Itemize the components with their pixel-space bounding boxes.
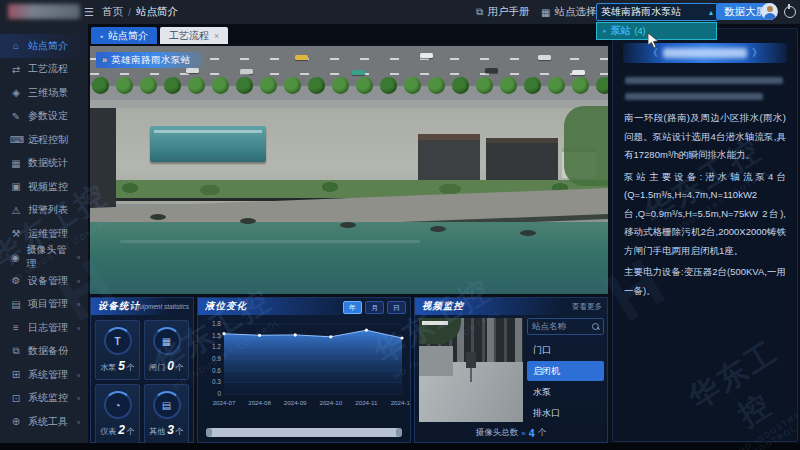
chevron-down-icon: ∨ xyxy=(76,395,81,401)
video-icon: ▣ xyxy=(10,181,22,192)
log-icon: ≡ xyxy=(10,322,22,333)
equipment-unit: 个 xyxy=(176,363,184,372)
sidebar-item-label: 系统监控 xyxy=(28,391,68,405)
rock xyxy=(430,226,446,232)
banner-arrow-icon: » xyxy=(102,55,107,65)
home-icon: ⌂ xyxy=(10,40,22,51)
mouse-cursor xyxy=(648,33,660,49)
chart-datazoom-slider[interactable] xyxy=(206,428,402,437)
search-placeholder: 站点名称 xyxy=(532,321,566,333)
svg-text:0.6: 0.6 xyxy=(212,367,221,374)
range-button-year[interactable]: 年 xyxy=(343,301,362,314)
meter-icon: ◔ xyxy=(104,391,132,419)
panel-subtitle: Equipment statistics xyxy=(131,303,189,310)
svg-text:2024-11: 2024-11 xyxy=(355,399,378,406)
sidebar-item-system-monitor[interactable]: ⊡系统监控∨ xyxy=(0,387,88,411)
sidebar-item-label: 数据备份 xyxy=(28,344,68,358)
sidebar-item-label: 日志管理 xyxy=(28,321,68,335)
camera-item-pump-camera[interactable]: 水泵 xyxy=(527,382,604,402)
vehicle xyxy=(538,55,551,60)
range-button-month[interactable]: 月 xyxy=(365,301,384,314)
alarm-icon: ⚠ xyxy=(10,205,22,216)
sidebar-item-label: 视频监控 xyxy=(28,180,68,194)
equipment-card-other: ▤其他3个 xyxy=(144,384,189,444)
app-logo-redacted xyxy=(8,4,80,19)
sidebar-item-label: 三维场景 xyxy=(28,86,68,100)
svg-text:2024-07: 2024-07 xyxy=(213,399,236,406)
banner-right-chevron-icon: 》 xyxy=(752,46,762,60)
sidebar-item-system-tools[interactable]: ⊕系统工具∨ xyxy=(0,410,88,434)
equipment-count-line: 仪表2个 xyxy=(100,423,135,437)
close-icon[interactable]: × xyxy=(214,31,219,41)
sidebar-item-3d-scene[interactable]: ◈三维场景 xyxy=(0,81,88,105)
equipment-count: 3 xyxy=(167,423,174,437)
site-select[interactable]: 英雄南路雨水泵站 ▴ xyxy=(596,3,718,21)
sidebar-item-camera-mgmt[interactable]: ◉摄像头管理∨ xyxy=(0,246,88,270)
search-icon xyxy=(592,323,599,330)
sidebar-item-system-mgmt[interactable]: ⊞系统管理∨ xyxy=(0,363,88,387)
svg-text:2024-12: 2024-12 xyxy=(391,399,410,406)
user-manual-button[interactable]: ⧉ 用户手册 xyxy=(476,0,529,24)
tree-icon xyxy=(236,77,253,94)
rock xyxy=(150,214,166,220)
camera-item-gate-camera[interactable]: 门口 xyxy=(527,340,604,360)
sidebar-item-project-mgmt[interactable]: ▤项目管理∨ xyxy=(0,293,88,317)
view-more-link[interactable]: 查看更多 xyxy=(572,302,602,312)
breadcrumb-home[interactable]: 首页 xyxy=(102,5,123,19)
tree-icon xyxy=(500,77,517,94)
sidebar-item-label: 设备管理 xyxy=(28,274,68,288)
collapse-menu-icon[interactable]: ☰ xyxy=(84,0,94,24)
description-paragraph: 南一环段(路南)及周边小区排水(雨水)问题。泵站设计选用4台潜水轴流泵,具有17… xyxy=(624,109,786,165)
tab-process-flow[interactable]: 工艺流程 × xyxy=(160,27,228,44)
banner-label: 英雄南路雨水泵站 xyxy=(111,54,191,67)
sidebar-item-param-setting[interactable]: ✎参数设定 xyxy=(0,105,88,129)
camera-item-hoist-camera[interactable]: 启闭机 xyxy=(527,361,604,381)
level-chart-panel: 液位变化 年月日 00.30.60.91.21.51.82024-072024-… xyxy=(197,297,411,443)
dropdown-option-pump-stations[interactable]: 泵站 xyxy=(611,24,631,38)
svg-text:1.5: 1.5 xyxy=(212,332,221,339)
range-button-day[interactable]: 日 xyxy=(387,301,406,314)
station-name-search-input[interactable]: 站点名称 xyxy=(527,318,604,335)
equipment-label: 闸门 xyxy=(149,363,165,372)
tree-icon xyxy=(548,77,565,94)
user-avatar[interactable] xyxy=(761,3,778,20)
redacted-text-line xyxy=(625,93,763,100)
sidebar-item-alarm-list[interactable]: ⚠报警列表 xyxy=(0,199,88,223)
camera-side-column: 站点名称 门口启闭机水泵排水口 xyxy=(527,318,604,423)
cam-pillar xyxy=(487,318,494,364)
sidebar-item-label: 运维管理 xyxy=(28,227,68,241)
camera-item-outlet-camera[interactable]: 排水口 xyxy=(527,403,604,423)
logout-power-icon[interactable] xyxy=(784,6,796,18)
tree-icon xyxy=(404,77,421,94)
panel-title: 液位变化 xyxy=(198,300,247,313)
sidebar-item-data-stats[interactable]: ▦数据统计 xyxy=(0,152,88,176)
sidebar-item-process-flow[interactable]: ⇄工艺流程 xyxy=(0,58,88,82)
tree-icon xyxy=(212,77,229,94)
tools-icon: ⊕ xyxy=(10,416,22,427)
equipment-card-gate: ▦闸门0个 xyxy=(144,320,189,380)
svg-text:1.8: 1.8 xyxy=(212,320,221,327)
chevron-down-icon: ∨ xyxy=(76,301,81,307)
sidebar-item-data-backup[interactable]: ⧉数据备份 xyxy=(0,340,88,364)
breadcrumb-separator: / xyxy=(128,6,131,18)
station-description-text: 南一环段(路南)及周边小区排水(雨水)问题。泵站设计选用4台潜水轴流泵,具有17… xyxy=(624,109,786,300)
sidebar-item-log-mgmt[interactable]: ≡日志管理∨ xyxy=(0,316,88,340)
equipment-label: 其他 xyxy=(149,427,165,436)
equipment-grid: T水泵5个▦闸门0个◔仪表2个▤其他3个 xyxy=(91,315,193,449)
camera-feed[interactable] xyxy=(419,318,523,422)
equipment-count: 0 xyxy=(167,359,174,373)
tree-icon xyxy=(284,77,301,94)
sidebar-item-remote-control[interactable]: ⌨远程控制 xyxy=(0,128,88,152)
redacted-text-line xyxy=(625,77,783,84)
sidebar-item-device-mgmt[interactable]: ⚙设备管理∨ xyxy=(0,269,88,293)
sidebar-item-site-intro[interactable]: ⌂站点简介 xyxy=(0,34,88,58)
tab-site-intro[interactable]: ● 站点简介 xyxy=(91,27,157,44)
sidebar-item-label: 项目管理 xyxy=(28,297,68,311)
sidebar-item-ops-mgmt[interactable]: ⚒运维管理 xyxy=(0,222,88,246)
equipment-unit: 个 xyxy=(176,427,184,436)
chevron-down-icon: ∨ xyxy=(76,325,81,331)
sidebar-item-video-monitor[interactable]: ▣视频监控 xyxy=(0,175,88,199)
dropdown-option-count: (4) xyxy=(635,26,646,36)
tree-icon xyxy=(596,77,608,94)
description-paragraph: 泵站主要设备:潜水轴流泵4台(Q=1.5m³/s,H=4.7m,N=110kW2… xyxy=(624,168,786,261)
